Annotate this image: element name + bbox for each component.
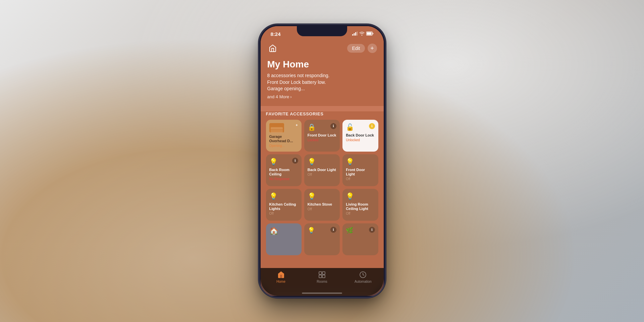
- alert-line-1: 8 accessories not responding.: [267, 72, 377, 79]
- section-title-favorites: Favorite Accessories: [266, 111, 378, 116]
- svg-rect-9: [319, 275, 322, 278]
- tile-kitchen-ceiling-status: Off: [269, 212, 298, 215]
- tile-back-door-lock[interactable]: 🔓 ℹ Back Door Lock Unlocked: [342, 120, 378, 152]
- tile-living-room-ceiling-name: Living Room Ceiling Light: [346, 202, 375, 211]
- home-icon-button[interactable]: [267, 43, 278, 54]
- svg-rect-6: [372, 33, 373, 34]
- tab-bar: Home Rooms Automation: [261, 268, 384, 296]
- tile-back-door-light-status: Off: [308, 173, 336, 176]
- add-button[interactable]: +: [368, 44, 377, 53]
- tab-rooms-label: Rooms: [317, 280, 327, 283]
- tile-kitchen-stove[interactable]: 💡 Kitchen Stove Off: [304, 189, 340, 221]
- status-icons: [352, 32, 374, 37]
- header-top: Edit +: [267, 43, 377, 54]
- tile-front-door-light-name: Front Door Light: [346, 168, 375, 176]
- svg-rect-10: [322, 275, 325, 278]
- svg-rect-0: [352, 34, 353, 36]
- tile-garage-status: Opening...: [269, 144, 298, 148]
- scroll-content: Edit + My Home 8 accessories not respond…: [261, 26, 384, 296]
- tab-automation[interactable]: Automation: [342, 271, 383, 283]
- accessories-row-1: ✦ Garage Overhead D... Opening... 🔒 ℹ Fr…: [266, 120, 378, 152]
- tile-front-door-light[interactable]: 💡 Front Door Light Off: [342, 154, 378, 186]
- svg-rect-7: [319, 272, 322, 274]
- notch: [297, 26, 347, 36]
- page-title: My Home: [267, 59, 377, 70]
- phone-shell: 8:24: [259, 25, 385, 297]
- accessories-row-4-partial: 🏠 💡 ℹ 🌿 ℹ: [266, 223, 378, 255]
- tile-front-door-light-status: Off: [346, 177, 375, 181]
- tab-rooms-icon: [318, 271, 326, 279]
- tile-front-door-lock-badge: ℹ: [330, 123, 336, 129]
- status-time: 8:24: [271, 31, 281, 37]
- tile-back-door-light[interactable]: 💡 Back Door Light Off: [304, 154, 340, 186]
- tile-back-room-badge: ℹ: [292, 158, 298, 164]
- more-link[interactable]: and 4 More ›: [267, 94, 377, 99]
- alert-text: 8 accessories not responding. Front Door…: [267, 72, 377, 92]
- tab-home[interactable]: Home: [261, 271, 302, 283]
- tile-partial-3[interactable]: 🌿 ℹ: [342, 223, 378, 255]
- tile-kitchen-ceiling-name: Kitchen Ceiling Lights: [269, 202, 298, 211]
- edit-button[interactable]: Edit: [347, 44, 365, 53]
- phone-screen: 8:24: [261, 26, 384, 296]
- tile-back-door-light-name: Back Door Light: [308, 168, 336, 172]
- tile-garage[interactable]: ✦ Garage Overhead D... Opening...: [266, 120, 302, 152]
- accessories-row-2: 💡 ℹ Back Room Ceiling No Response 💡 Back…: [266, 154, 378, 186]
- signal-icon: [352, 32, 358, 37]
- tile-partial-2[interactable]: 💡 ℹ: [304, 223, 340, 255]
- tile-living-room-ceiling-status: Off: [346, 212, 375, 215]
- svg-rect-8: [322, 272, 325, 274]
- tile-front-door-lock[interactable]: 🔒 ℹ Front Door Lock Locked: [304, 120, 340, 152]
- tile-living-room-ceiling[interactable]: 💡 Living Room Ceiling Light Off: [342, 189, 378, 221]
- tab-home-icon: [277, 271, 285, 279]
- tab-rooms[interactable]: Rooms: [302, 271, 342, 283]
- tab-home-label: Home: [276, 280, 285, 283]
- header-actions: Edit +: [347, 44, 377, 53]
- tab-automation-label: Automation: [355, 280, 372, 283]
- tile-partial-1[interactable]: 🏠: [266, 223, 302, 255]
- battery-icon: [366, 32, 374, 37]
- tile-kitchen-stove-status: Off: [308, 207, 336, 211]
- svg-rect-3: [357, 32, 358, 36]
- tile-partial-2-badge: ℹ: [330, 227, 336, 233]
- main-content: Favorite Accessories ✦ Gar: [261, 111, 384, 292]
- svg-rect-5: [367, 32, 371, 35]
- tile-front-door-lock-name: Front Door Lock: [308, 133, 336, 138]
- home-indicator: [302, 292, 342, 294]
- tile-partial-3-badge: ℹ: [369, 227, 375, 233]
- tile-back-room-name: Back Room Ceiling: [269, 168, 298, 176]
- tile-back-door-lock-status: Unlocked: [346, 138, 375, 142]
- svg-rect-1: [354, 33, 355, 36]
- svg-rect-2: [355, 32, 356, 36]
- tile-garage-name: Garage Overhead D...: [269, 135, 298, 143]
- alert-line-2: Front Door Lock battery low.: [267, 79, 377, 86]
- alert-line-3: Garage opening...: [267, 86, 377, 92]
- tab-automation-icon: [359, 271, 367, 279]
- tile-back-door-lock-badge: ℹ: [369, 123, 375, 129]
- tile-back-room-ceiling[interactable]: 💡 ℹ Back Room Ceiling No Response: [266, 154, 302, 186]
- tile-back-room-status: No Response: [269, 177, 298, 181]
- wifi-icon: [359, 32, 365, 37]
- tile-front-door-lock-status: Locked: [308, 138, 336, 142]
- tile-kitchen-stove-name: Kitchen Stove: [308, 202, 336, 207]
- accessories-row-3: 💡 Kitchen Ceiling Lights Off 💡 Kitchen S…: [266, 189, 378, 221]
- tile-back-door-lock-name: Back Door Lock: [346, 133, 375, 138]
- tile-kitchen-ceiling[interactable]: 💡 Kitchen Ceiling Lights Off: [266, 189, 302, 221]
